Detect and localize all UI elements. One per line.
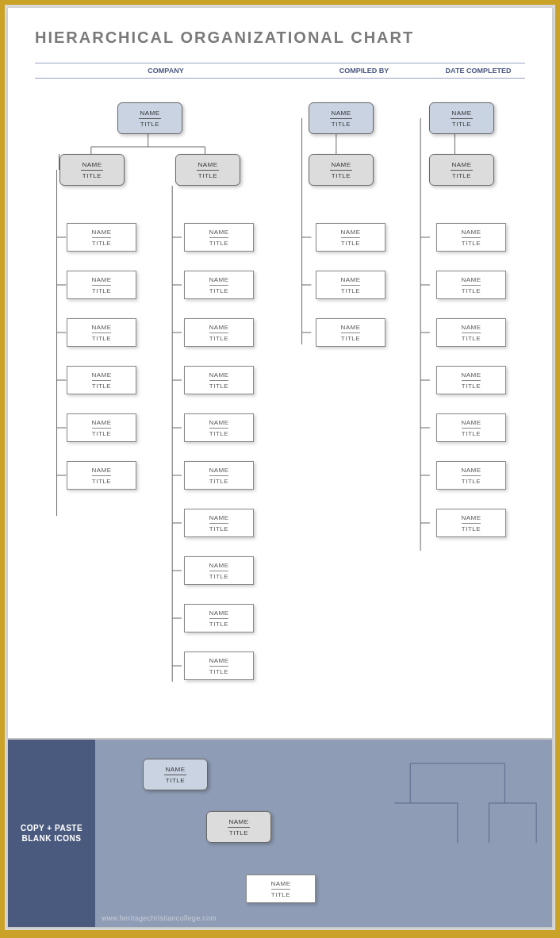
leaf-title: TITLE [341, 287, 360, 294]
divider-icon [92, 380, 111, 381]
leaf-title: TITLE [462, 240, 481, 247]
leaf-title: TITLE [462, 430, 481, 437]
leaf-name: NAME [209, 371, 228, 379]
divider-icon [341, 237, 360, 238]
leaf-b9: NAMETITLE [184, 604, 254, 632]
divider-icon [164, 775, 186, 775]
leaf-d1: NAMETITLE [436, 223, 506, 252]
mgr-node-a: NAME TITLE [59, 154, 125, 186]
divider-icon [92, 333, 111, 333]
leaf-a6: NAMETITLE [67, 461, 136, 490]
divider-icon [462, 237, 481, 238]
divider-icon [92, 237, 111, 238]
divider-icon [462, 428, 481, 429]
leaf-name: NAME [461, 276, 481, 283]
divider-icon [209, 333, 228, 333]
leaf-title: TITLE [209, 478, 228, 485]
leaf-b5: NAMETITLE [184, 413, 254, 442]
leaf-name: NAME [209, 419, 228, 426]
leaf-title: TITLE [462, 287, 481, 294]
leaf-name: NAME [209, 609, 228, 617]
leaf-b7: NAMETITLE [184, 509, 254, 537]
header: HIERARCHICAL ORGANIZATIONAL CHART COMPAN… [8, 8, 552, 79]
divider-icon [92, 285, 111, 286]
leaf-d2: NAMETITLE [436, 271, 506, 299]
divider-icon [209, 237, 228, 238]
node-name: NAME [331, 161, 351, 168]
leaf-title: TITLE [209, 525, 228, 532]
sample-blue-node: NAME TITLE [143, 759, 208, 790]
node-name: NAME [198, 161, 217, 168]
divider-icon [271, 889, 290, 890]
leaf-name: NAME [91, 371, 111, 379]
leaf-b3: NAMETITLE [184, 318, 254, 347]
leaf-name: NAME [209, 276, 228, 283]
node-name: NAME [140, 110, 159, 117]
divider-icon [209, 666, 228, 667]
leaf-title: TITLE [341, 240, 360, 247]
divider-icon [462, 475, 481, 476]
leaf-name: NAME [91, 229, 111, 236]
leaf-b8: NAMETITLE [184, 556, 254, 585]
leaf-b6: NAMETITLE [184, 461, 254, 490]
node-name: NAME [228, 818, 248, 825]
leaf-b1: NAMETITLE [184, 223, 254, 252]
leaf-name: NAME [461, 419, 481, 426]
leaf-a2: NAMETITLE [67, 271, 136, 299]
leaf-name: NAME [91, 419, 111, 426]
leaf-title: TITLE [209, 430, 228, 437]
leaf-name: NAME [340, 324, 360, 331]
divider-icon [330, 170, 352, 171]
node-name: NAME [331, 110, 351, 117]
leaf-title: TITLE [462, 383, 481, 390]
node-title: TITLE [332, 121, 351, 128]
leaf-name: NAME [340, 229, 360, 236]
divider-icon [209, 618, 228, 619]
node-title: TITLE [140, 121, 159, 128]
divider-icon [209, 571, 228, 571]
leaf-name: NAME [209, 467, 228, 474]
leaf-c1: NAMETITLE [316, 223, 385, 252]
node-title: TITLE [229, 829, 248, 836]
mgr-node-b: NAME TITLE [175, 154, 240, 186]
top-node-2: NAME TITLE [309, 102, 374, 134]
leaf-name: NAME [91, 467, 111, 474]
divider-icon [92, 428, 111, 429]
leaf-title: TITLE [92, 240, 111, 247]
divider-icon [341, 333, 360, 333]
leaf-title: TITLE [462, 335, 481, 342]
divider-icon [330, 118, 352, 119]
divider-icon [209, 428, 228, 429]
leaf-name: NAME [340, 276, 360, 283]
leaf-title: TITLE [462, 478, 481, 485]
watermark: www.heritagechristiancollege.com [102, 914, 217, 922]
leaf-title: TITLE [341, 335, 360, 342]
node-name: NAME [165, 766, 185, 773]
divider-icon [92, 475, 111, 476]
page-title: HIERARCHICAL ORGANIZATIONAL CHART [35, 29, 525, 47]
node-title: TITLE [198, 172, 217, 179]
meta-date-label: DATE COMPLETED [432, 67, 525, 75]
leaf-name: NAME [209, 324, 228, 331]
sample-leaf-node: NAME TITLE [246, 875, 316, 903]
page2-wrap: COPY + PASTE BLANK ICONS NAME T [8, 740, 552, 927]
page2-sidebar: COPY + PASTE BLANK ICONS [8, 740, 95, 927]
org-chart: NAME TITLE NAME TITLE NAME TITLE NAME TI… [35, 79, 525, 729]
page-stack: HIERARCHICAL ORGANIZATIONAL CHART COMPAN… [5, 5, 555, 930]
leaf-d3: NAMETITLE [436, 318, 506, 347]
leaf-title: TITLE [92, 383, 111, 390]
leaf-c2: NAMETITLE [316, 271, 385, 299]
divider-icon [209, 475, 228, 476]
node-title: TITLE [332, 172, 351, 179]
leaf-name: NAME [461, 229, 481, 236]
sample-grey-node: NAME TITLE [206, 811, 271, 843]
leaf-b4: NAMETITLE [184, 366, 254, 394]
leaf-title: TITLE [209, 573, 228, 580]
meta-row: COMPANY COMPILED BY DATE COMPLETED [35, 63, 525, 79]
divider-icon [228, 827, 250, 828]
leaf-name: NAME [461, 371, 481, 379]
page2-canvas: NAME TITLE NAME TITLE NAME TITLE www.her… [95, 740, 552, 927]
leaf-name: NAME [461, 324, 481, 331]
page-2: COPY + PASTE BLANK ICONS NAME T [8, 740, 552, 927]
divider-icon [209, 380, 228, 381]
